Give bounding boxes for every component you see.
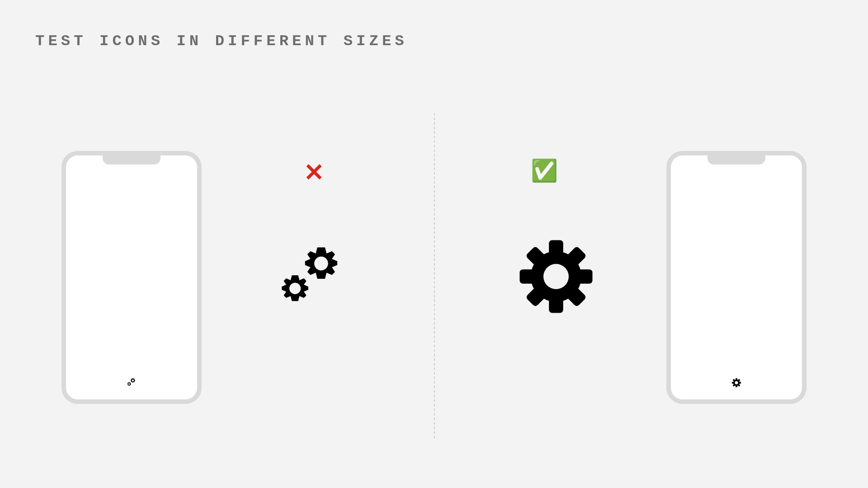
phone-notch: [708, 155, 765, 164]
svg-point-3: [128, 383, 130, 385]
phone-screen: [671, 155, 802, 399]
check-icon: ✅: [531, 160, 558, 182]
double-gear-icon: [126, 377, 137, 388]
svg-point-2: [132, 380, 134, 381]
example-good: ✅: [434, 149, 868, 420]
svg-point-0: [314, 257, 328, 271]
example-bad: ✕: [0, 149, 434, 420]
svg-point-13: [543, 264, 569, 289]
phone-notch: [103, 155, 160, 164]
svg-point-1: [289, 283, 301, 294]
phone-screen: [66, 155, 197, 399]
page-title: TEST ICONS IN DIFFERENT SIZES: [35, 33, 408, 50]
cross-icon: ✕: [304, 160, 324, 184]
svg-point-23: [735, 381, 738, 384]
single-gear-icon: [731, 378, 741, 388]
phone-mockup-good: [666, 151, 807, 404]
phone-mockup-bad: [61, 151, 202, 404]
double-gear-icon: [274, 238, 350, 315]
single-gear-icon: [517, 237, 596, 316]
